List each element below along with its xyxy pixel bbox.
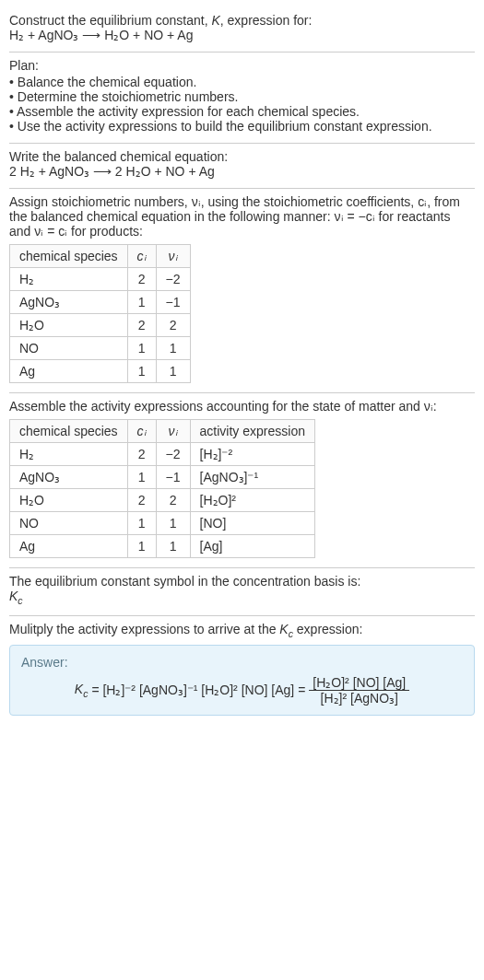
col-vi: νᵢ bbox=[156, 245, 190, 268]
assign-text: Assign stoichiometric numbers, νᵢ, using… bbox=[9, 194, 475, 239]
activity-table: chemical species cᵢ νᵢ activity expressi… bbox=[9, 419, 315, 558]
cell-vi: 1 bbox=[156, 512, 190, 535]
balanced-equation: 2 H₂ + AgNO₃ ⟶ 2 H₂O + NO + Ag bbox=[9, 164, 475, 179]
multiply-section: Mulitply the activity expressions to arr… bbox=[9, 616, 475, 725]
answer-expression: Kc = [H₂]⁻² [AgNO₃]⁻¹ [H₂O]² [NO] [Ag] =… bbox=[21, 675, 463, 706]
problem-line1: Construct the equilibrium constant, K, e… bbox=[9, 13, 475, 28]
cell-ci: 2 bbox=[127, 489, 156, 512]
cell-species: H₂O bbox=[10, 489, 128, 512]
cell-species: H₂ bbox=[10, 268, 128, 291]
problem-statement: Construct the equilibrium constant, K, e… bbox=[9, 7, 475, 52]
cell-species: NO bbox=[10, 337, 128, 360]
answer-box: Answer: Kc = [H₂]⁻² [AgNO₃]⁻¹ [H₂O]² [NO… bbox=[9, 645, 475, 716]
col-vi: νᵢ bbox=[156, 420, 190, 443]
cell-vi: 2 bbox=[156, 314, 190, 337]
table-row: H₂ 2 −2 [H₂]⁻² bbox=[10, 443, 315, 466]
plan-item: Use the activity expressions to build th… bbox=[9, 119, 475, 134]
fraction-denominator: [H₂]² [AgNO₃] bbox=[309, 691, 409, 706]
fraction-numerator: [H₂O]² [NO] [Ag] bbox=[309, 675, 409, 691]
cell-ci: 1 bbox=[127, 512, 156, 535]
cell-vi: −2 bbox=[156, 268, 190, 291]
cell-ci: 2 bbox=[127, 443, 156, 466]
text: Construct the equilibrium constant, bbox=[9, 13, 211, 28]
cell-vi: 1 bbox=[156, 535, 190, 558]
cell-vi: −2 bbox=[156, 443, 190, 466]
k: K bbox=[279, 622, 288, 636]
cell-species: AgNO₃ bbox=[10, 466, 128, 489]
plan-item: Determine the stoichiometric numbers. bbox=[9, 89, 475, 104]
table-row: AgNO₃ 1 −1 bbox=[10, 291, 191, 314]
fraction: [H₂O]² [NO] [Ag] [H₂]² [AgNO₃] bbox=[309, 675, 409, 706]
cell-expr: [H₂]⁻² bbox=[190, 443, 314, 466]
table-row: NO 1 1 bbox=[10, 337, 191, 360]
k: K bbox=[9, 589, 18, 603]
c-sub: c bbox=[18, 595, 22, 606]
plan-label: Plan: bbox=[9, 58, 475, 73]
table-row: NO 1 1 [NO] bbox=[10, 512, 315, 535]
cell-expr: [H₂O]² bbox=[190, 489, 314, 512]
cell-ci: 1 bbox=[127, 535, 156, 558]
basis-section: The equilibrium constant symbol in the c… bbox=[9, 568, 475, 615]
cell-ci: 2 bbox=[127, 268, 156, 291]
table-header-row: chemical species cᵢ νᵢ activity expressi… bbox=[10, 420, 315, 443]
answer-label: Answer: bbox=[21, 655, 463, 670]
plan-section: Plan: Balance the chemical equation. Det… bbox=[9, 52, 475, 143]
table-row: H₂O 2 2 bbox=[10, 314, 191, 337]
cell-species: H₂ bbox=[10, 443, 128, 466]
cell-vi: −1 bbox=[156, 466, 190, 489]
table-header-row: chemical species cᵢ νᵢ bbox=[10, 245, 191, 268]
table-row: H₂O 2 2 [H₂O]² bbox=[10, 489, 315, 512]
plan-list: Balance the chemical equation. Determine… bbox=[9, 75, 475, 134]
cell-species: Ag bbox=[10, 360, 128, 383]
balanced-section: Write the balanced chemical equation: 2 … bbox=[9, 144, 475, 188]
flat-expression: = [H₂]⁻² [AgNO₃]⁻¹ [H₂O]² [NO] [Ag] = bbox=[91, 682, 305, 697]
cell-expr: [AgNO₃]⁻¹ bbox=[190, 466, 314, 489]
cell-ci: 1 bbox=[127, 291, 156, 314]
activity-text: Assemble the activity expressions accoun… bbox=[9, 399, 475, 414]
cell-species: H₂O bbox=[10, 314, 128, 337]
k: K bbox=[75, 682, 83, 696]
cell-expr: [Ag] bbox=[190, 535, 314, 558]
stoich-table: chemical species cᵢ νᵢ H₂ 2 −2 AgNO₃ 1 −… bbox=[9, 244, 191, 383]
col-species: chemical species bbox=[10, 245, 128, 268]
unbalanced-equation: H₂ + AgNO₃ ⟶ H₂O + NO + Ag bbox=[9, 28, 475, 42]
cell-ci: 1 bbox=[127, 337, 156, 360]
table-row: AgNO₃ 1 −1 [AgNO₃]⁻¹ bbox=[10, 466, 315, 489]
assign-section: Assign stoichiometric numbers, νᵢ, using… bbox=[9, 189, 475, 392]
multiply-text: Mulitply the activity expressions to arr… bbox=[9, 622, 475, 639]
cell-species: NO bbox=[10, 512, 128, 535]
cell-ci: 1 bbox=[127, 466, 156, 489]
cell-species: Ag bbox=[10, 535, 128, 558]
cell-vi: 2 bbox=[156, 489, 190, 512]
cell-vi: −1 bbox=[156, 291, 190, 314]
table-row: Ag 1 1 bbox=[10, 360, 191, 383]
text: , expression for: bbox=[220, 13, 313, 28]
plan-item: Assemble the activity expression for eac… bbox=[9, 104, 475, 119]
cell-vi: 1 bbox=[156, 360, 190, 383]
col-species: chemical species bbox=[10, 420, 128, 443]
c-sub: c bbox=[83, 687, 88, 698]
activity-section: Assemble the activity expressions accoun… bbox=[9, 393, 475, 567]
balanced-label: Write the balanced chemical equation: bbox=[9, 149, 475, 164]
kc-lhs: Kc bbox=[75, 682, 89, 699]
cell-ci: 1 bbox=[127, 360, 156, 383]
plan-item: Balance the chemical equation. bbox=[9, 75, 475, 89]
cell-ci: 2 bbox=[127, 314, 156, 337]
cell-vi: 1 bbox=[156, 337, 190, 360]
text: Mulitply the activity expressions to arr… bbox=[9, 622, 279, 636]
col-ci: cᵢ bbox=[127, 420, 156, 443]
cell-species: AgNO₃ bbox=[10, 291, 128, 314]
basis-text: The equilibrium constant symbol in the c… bbox=[9, 574, 475, 589]
col-expr: activity expression bbox=[190, 420, 314, 443]
cell-expr: [NO] bbox=[190, 512, 314, 535]
k-symbol: K bbox=[211, 13, 219, 28]
table-row: H₂ 2 −2 bbox=[10, 268, 191, 291]
col-ci: cᵢ bbox=[127, 245, 156, 268]
kc-symbol: Kc bbox=[9, 589, 475, 606]
text: expression: bbox=[293, 622, 362, 636]
table-row: Ag 1 1 [Ag] bbox=[10, 535, 315, 558]
